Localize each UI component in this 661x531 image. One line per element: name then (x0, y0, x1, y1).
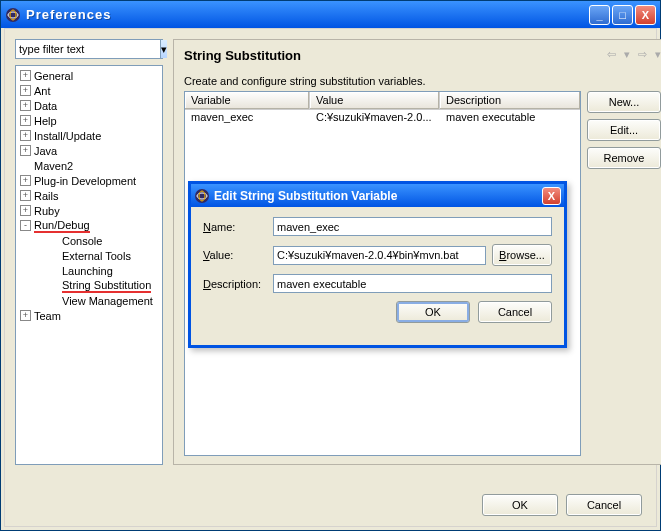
expand-icon[interactable]: + (20, 70, 31, 81)
expand-icon[interactable]: + (20, 310, 31, 321)
tree-label: Team (34, 310, 61, 322)
page-title: String Substitution (184, 48, 661, 63)
tree-item-console[interactable]: Console (16, 233, 162, 248)
tree-label: Ant (34, 85, 51, 97)
preferences-window: Preferences _ □ X ▾ +General+Ant+Data+He… (0, 0, 661, 531)
expand-icon[interactable]: + (20, 145, 31, 156)
dropdown-arrow-icon[interactable]: ▾ (160, 40, 167, 58)
name-label: Name: (203, 221, 267, 233)
dialog-title: Edit String Substitution Variable (214, 189, 542, 203)
tree-label: Data (34, 100, 57, 112)
titlebar[interactable]: Preferences _ □ X (1, 1, 660, 28)
tree-label: Console (62, 235, 102, 247)
edit-variable-dialog: Edit String Substitution Variable X Name… (188, 181, 567, 348)
tree-label: Plug-in Development (34, 175, 136, 187)
collapse-icon[interactable]: - (20, 220, 31, 231)
value-field[interactable] (273, 246, 486, 265)
tree-item-java[interactable]: +Java (16, 143, 162, 158)
tree-item-launching[interactable]: Launching (16, 263, 162, 278)
dialog-ok-button[interactable]: OK (396, 301, 470, 323)
expand-icon[interactable]: + (20, 85, 31, 96)
tree-label: General (34, 70, 73, 82)
tree-label: Java (34, 145, 57, 157)
tree-label: Maven2 (34, 160, 73, 172)
col-description[interactable]: Description (440, 92, 580, 109)
tree-item-plug-in-development[interactable]: +Plug-in Development (16, 173, 162, 188)
filter-input[interactable] (16, 40, 160, 58)
edit-button[interactable]: Edit... (587, 119, 661, 141)
page-description: Create and configure string substitution… (184, 75, 661, 87)
tree-item-rails[interactable]: +Rails (16, 188, 162, 203)
maximize-button[interactable]: □ (612, 5, 633, 25)
expand-icon[interactable]: + (20, 100, 31, 111)
tree-item-general[interactable]: +General (16, 68, 162, 83)
table-header: Variable Value Description (185, 92, 580, 110)
tree-label: External Tools (62, 250, 131, 262)
nav-forward-icon[interactable]: ⇨ (638, 48, 647, 61)
eclipse-icon (194, 188, 210, 204)
close-button[interactable]: X (635, 5, 656, 25)
expand-icon[interactable]: + (20, 115, 31, 126)
tree-item-data[interactable]: +Data (16, 98, 162, 113)
preferences-tree[interactable]: +General+Ant+Data+Help+Install/Update+Ja… (15, 65, 163, 465)
tree-item-external-tools[interactable]: External Tools (16, 248, 162, 263)
eclipse-icon (5, 7, 21, 23)
tree-item-string-substitution[interactable]: String Substitution (16, 278, 162, 293)
filter-combo[interactable]: ▾ (15, 39, 163, 59)
tree-label: Ruby (34, 205, 60, 217)
expand-icon[interactable]: + (20, 130, 31, 141)
window-title: Preferences (26, 7, 589, 22)
minimize-button[interactable]: _ (589, 5, 610, 25)
tree-item-help[interactable]: +Help (16, 113, 162, 128)
name-field[interactable] (273, 217, 552, 236)
tree-label: Rails (34, 190, 58, 202)
tree-item-team[interactable]: +Team (16, 308, 162, 323)
tree-label: Install/Update (34, 130, 101, 142)
tree-item-run-debug[interactable]: -Run/Debug (16, 218, 162, 233)
col-value[interactable]: Value (310, 92, 440, 109)
tree-label: Launching (62, 265, 113, 277)
left-column: ▾ +General+Ant+Data+Help+Install/Update+… (15, 39, 163, 465)
tree-item-view-management[interactable]: View Management (16, 293, 162, 308)
value-label: Value: (203, 249, 267, 261)
tree-label: String Substitution (62, 279, 151, 293)
description-field[interactable] (273, 274, 552, 293)
nav-back-icon[interactable]: ⇦ (607, 48, 616, 61)
tree-item-maven2[interactable]: Maven2 (16, 158, 162, 173)
dialog-close-button[interactable]: X (542, 187, 561, 205)
col-variable[interactable]: Variable (185, 92, 310, 109)
tree-label: Run/Debug (34, 219, 90, 233)
remove-button[interactable]: Remove (587, 147, 661, 169)
tree-item-install-update[interactable]: +Install/Update (16, 128, 162, 143)
expand-icon[interactable]: + (20, 205, 31, 216)
expand-icon[interactable]: + (20, 175, 31, 186)
dialog-cancel-button[interactable]: Cancel (478, 301, 552, 323)
tree-item-ruby[interactable]: +Ruby (16, 203, 162, 218)
table-row[interactable]: maven_execC:¥suzuki¥maven-2.0...maven ex… (185, 110, 580, 126)
cell-value: C:¥suzuki¥maven-2.0... (310, 110, 440, 126)
tree-item-ant[interactable]: +Ant (16, 83, 162, 98)
cancel-button[interactable]: Cancel (566, 494, 642, 516)
footer-buttons: OK Cancel (482, 494, 642, 516)
browse-button[interactable]: Browse... (492, 244, 552, 266)
tree-label: View Management (62, 295, 153, 307)
new-button[interactable]: New... (587, 91, 661, 113)
description-label: Description: (203, 278, 267, 290)
client-area: ▾ +General+Ant+Data+Help+Install/Update+… (4, 28, 657, 527)
ok-button[interactable]: OK (482, 494, 558, 516)
tree-label: Help (34, 115, 57, 127)
cell-variable: maven_exec (185, 110, 310, 126)
cell-description: maven executable (440, 110, 580, 126)
expand-icon[interactable]: + (20, 190, 31, 201)
dialog-titlebar[interactable]: Edit String Substitution Variable X (191, 184, 564, 207)
